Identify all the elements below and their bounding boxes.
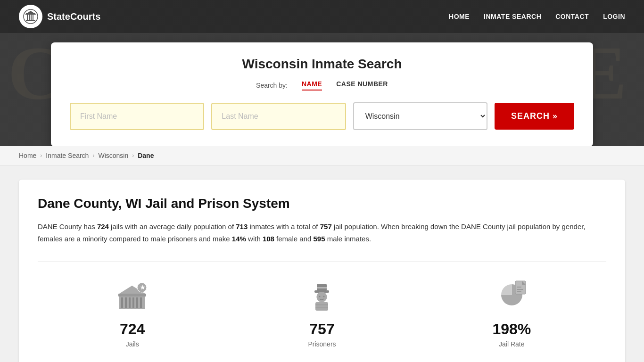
breadcrumb-sep-3: › (132, 152, 134, 159)
svg-rect-30 (517, 287, 521, 288)
state-select[interactable]: Wisconsin Alabama Alaska Arizona (353, 102, 487, 130)
county-title: Dane County, WI Jail and Prison System (38, 196, 606, 211)
svg-rect-25 (315, 302, 328, 311)
tab-name[interactable]: NAME (302, 80, 322, 90)
logo-text: StateCourts (47, 11, 100, 22)
desc-mid1: jails with an average daily population o… (109, 222, 236, 230)
stat-jail-rate: 198% Jail Rate (417, 262, 606, 357)
svg-rect-21 (317, 287, 327, 288)
nav-login[interactable]: LOGIN (603, 13, 625, 20)
svg-rect-4 (31, 15, 32, 20)
svg-rect-1 (26, 20, 35, 21)
breadcrumb-sep-1: › (40, 152, 42, 159)
search-by-label: Search by: (256, 82, 288, 89)
breadcrumb-home[interactable]: Home (19, 152, 36, 159)
search-fields: Wisconsin Alabama Alaska Arizona SEARCH … (70, 102, 574, 130)
svg-rect-5 (33, 15, 33, 20)
navbar: StateCourts HOME INMATE SEARCH CONTACT L… (0, 0, 644, 33)
stat-jails: ★ 724 Jails (38, 262, 227, 357)
svg-rect-2 (27, 15, 28, 20)
stat-rate-number: 198% (492, 321, 531, 338)
breadcrumb: Home › Inmate Search › Wisconsin › Dane (0, 146, 644, 165)
desc-mid5: female and (274, 235, 314, 243)
desc-total-num: 757 (320, 222, 332, 230)
content-card: Dane County, WI Jail and Prison System D… (19, 180, 625, 362)
breadcrumb-sep-2: › (92, 152, 94, 159)
desc-mid2: inmates with a total of (248, 222, 320, 230)
header: COURTHOUSE StateCourts HOME (0, 0, 644, 146)
svg-rect-26 (315, 304, 328, 305)
logo-icon (19, 5, 42, 28)
stat-jails-number: 724 (120, 321, 145, 338)
desc-intro: DANE County has (38, 222, 97, 230)
main-content: Dane County, WI Jail and Prison System D… (0, 165, 644, 362)
svg-rect-32 (517, 291, 521, 292)
stats-row: ★ 724 Jails (38, 261, 606, 357)
nav-home[interactable]: HOME (449, 13, 470, 20)
desc-pct: 14% (232, 235, 246, 243)
jail-icon: ★ (114, 276, 151, 313)
stat-rate-label: Jail Rate (499, 340, 524, 348)
desc-female-num: 108 (263, 235, 274, 243)
stat-prisoners-number: 757 (309, 321, 334, 338)
prisoner-icon (303, 276, 341, 313)
nav-contact[interactable]: CONTACT (555, 13, 589, 20)
stat-prisoners: 757 Prisoners (227, 262, 417, 357)
svg-rect-10 (125, 297, 127, 308)
stat-prisoners-label: Prisoners (308, 340, 336, 348)
svg-rect-3 (29, 15, 30, 20)
svg-rect-7 (26, 13, 35, 15)
svg-rect-14 (140, 297, 142, 308)
svg-point-22 (317, 292, 327, 302)
svg-rect-31 (517, 289, 523, 290)
stat-jails-label: Jails (126, 340, 139, 348)
svg-rect-9 (121, 297, 123, 308)
desc-jails-num: 724 (97, 222, 109, 230)
svg-rect-27 (315, 307, 328, 308)
svg-point-23 (319, 296, 321, 297)
desc-end: male inmates. (325, 235, 372, 243)
jail-rate-icon (493, 276, 530, 313)
svg-rect-12 (132, 297, 134, 308)
search-card: Wisconsin Inmate Search Search by: NAME … (51, 42, 593, 146)
svg-rect-11 (129, 297, 131, 308)
breadcrumb-current: Dane (138, 152, 154, 159)
county-description: DANE County has 724 jails with an averag… (38, 221, 606, 245)
nav-inmate-search[interactable]: INMATE SEARCH (484, 13, 541, 20)
first-name-input[interactable] (70, 103, 204, 130)
desc-pop-num: 713 (236, 222, 248, 230)
search-tabs: Search by: NAME CASE NUMBER (70, 80, 574, 90)
svg-rect-15 (118, 294, 146, 296)
desc-mid4: with (246, 235, 263, 243)
breadcrumb-state[interactable]: Wisconsin (98, 152, 128, 159)
logo-link[interactable]: StateCourts (19, 5, 100, 28)
svg-text:★: ★ (140, 284, 145, 291)
nav-links: HOME INMATE SEARCH CONTACT LOGIN (449, 13, 625, 20)
svg-rect-13 (136, 297, 138, 308)
svg-point-24 (323, 296, 325, 297)
search-card-title: Wisconsin Inmate Search (70, 57, 574, 72)
last-name-input[interactable] (211, 103, 346, 130)
search-card-wrapper: Wisconsin Inmate Search Search by: NAME … (0, 33, 644, 146)
desc-male-num: 595 (314, 235, 325, 243)
search-button[interactable]: SEARCH » (495, 103, 574, 130)
breadcrumb-inmate-search[interactable]: Inmate Search (46, 152, 89, 159)
tab-case-number[interactable]: CASE NUMBER (336, 80, 388, 90)
